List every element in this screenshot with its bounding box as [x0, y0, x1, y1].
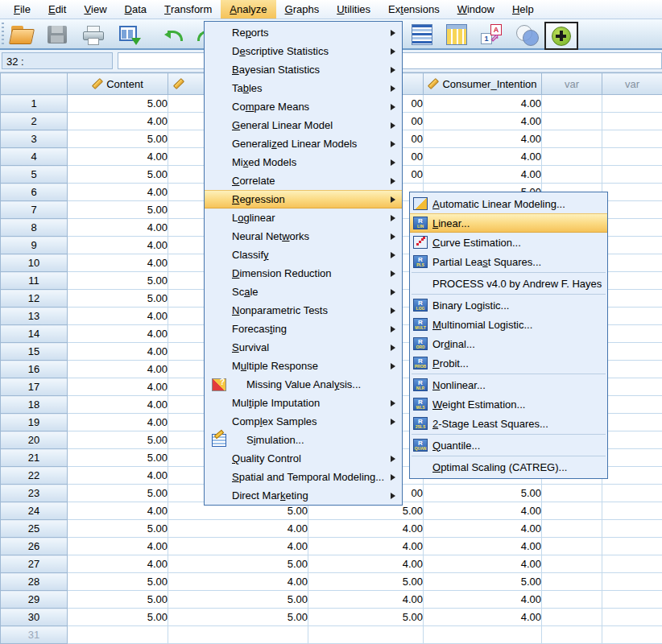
split-file-button[interactable] [407, 22, 437, 47]
menubar-item-utilities[interactable]: Utilities [328, 0, 379, 19]
data-cell[interactable]: 4.00 [68, 467, 168, 485]
data-cell[interactable]: 4.00 [308, 520, 424, 538]
data-cell[interactable]: 5.00 [424, 573, 542, 591]
menu-item-descriptive-statistics[interactable]: Descriptive Statistics [205, 42, 402, 60]
data-cell[interactable] [602, 591, 662, 609]
data-cell[interactable]: 4.00 [308, 591, 424, 609]
menu-item-probit[interactable]: RPROBProbit... [410, 353, 607, 373]
menu-item-simulation[interactable]: Simulation... [205, 431, 402, 449]
row-number[interactable]: 6 [1, 184, 68, 201]
custom-dialogs-button[interactable] [544, 22, 578, 50]
row-number[interactable]: 18 [1, 396, 68, 414]
data-cell[interactable]: 4.00 [424, 591, 542, 609]
data-cell[interactable]: 4.00 [308, 538, 424, 555]
data-cell[interactable] [168, 626, 308, 644]
data-cell[interactable] [542, 485, 602, 502]
menu-item-dimension-reduction[interactable]: Dimension Reduction [205, 264, 402, 283]
menu-item-automatic-linear-modeling[interactable]: Automatic Linear Modeling... [410, 194, 607, 213]
data-cell[interactable] [602, 184, 662, 201]
data-cell[interactable] [68, 626, 168, 644]
row-number[interactable]: 20 [1, 431, 68, 449]
data-cell[interactable] [542, 166, 602, 184]
data-cell[interactable]: 4.00 [68, 113, 168, 130]
menubar-item-analyze[interactable]: Analyze [221, 0, 275, 19]
data-cell[interactable]: 5.00 [424, 485, 542, 502]
data-cell[interactable]: 4.00 [308, 555, 424, 573]
row-number[interactable]: 16 [1, 361, 68, 378]
row-number[interactable]: 28 [1, 573, 68, 591]
data-cell[interactable]: 4.00 [424, 555, 542, 573]
data-cell[interactable] [602, 361, 662, 378]
data-cell[interactable] [602, 272, 662, 290]
data-cell[interactable]: 4.00 [68, 538, 168, 555]
data-cell[interactable] [542, 148, 602, 166]
menu-item-process-v4-0-by-andrew-f-hayes[interactable]: PROCESS v4.0 by Andrew F. Hayes [410, 274, 607, 293]
data-cell[interactable] [542, 591, 602, 609]
menu-item-survival[interactable]: Survival [205, 338, 402, 357]
data-cell[interactable]: 5.00 [68, 431, 168, 449]
data-cell[interactable]: 4.00 [424, 130, 542, 148]
menu-item-quality-control[interactable]: Quality Control [205, 449, 402, 468]
data-cell[interactable] [602, 573, 662, 591]
data-cell[interactable]: 4.00 [68, 184, 168, 201]
menubar-item-window[interactable]: Window [449, 0, 503, 19]
data-cell[interactable]: 5.00 [68, 95, 168, 113]
data-cell[interactable] [542, 609, 602, 626]
row-number[interactable]: 14 [1, 325, 68, 343]
menu-item-spatial-and-temporal-modeling[interactable]: Spatial and Temporal Modeling... [205, 468, 402, 486]
data-cell[interactable] [602, 520, 662, 538]
menu-item-bayesian-statistics[interactable]: Bayesian Statistics [205, 60, 402, 79]
data-cell[interactable]: 4.00 [424, 148, 542, 166]
data-cell[interactable]: 4.00 [68, 325, 168, 343]
data-cell[interactable]: 5.00 [168, 555, 308, 573]
data-cell[interactable] [542, 130, 602, 148]
menu-item-neural-networks[interactable]: Neural Networks [205, 227, 402, 246]
data-cell[interactable]: 4.00 [68, 308, 168, 325]
menu-item-2-stage-least-squares[interactable]: R2SLS2-Stage Least Squares... [410, 414, 607, 433]
data-cell[interactable] [602, 343, 662, 361]
data-cell[interactable]: 5.00 [68, 520, 168, 538]
data-cell[interactable]: 4.00 [68, 343, 168, 361]
menu-item-optimal-scaling-catreg[interactable]: Optimal Scaling (CATREG)... [410, 457, 607, 477]
menu-item-ordinal[interactable]: RORDOrdinal... [410, 334, 607, 353]
data-cell[interactable]: 4.00 [68, 502, 168, 520]
data-cell[interactable]: 4.00 [168, 520, 308, 538]
data-cell[interactable] [602, 626, 662, 644]
data-cell[interactable]: 5.00 [68, 449, 168, 467]
data-cell[interactable] [602, 308, 662, 325]
data-cell[interactable] [602, 609, 662, 626]
data-cell[interactable]: 5.00 [68, 609, 168, 626]
data-cell[interactable]: 4.00 [424, 538, 542, 555]
data-cell[interactable]: 4.00 [168, 538, 308, 555]
data-cell[interactable]: 5.00 [68, 290, 168, 308]
menu-item-scale[interactable]: Scale [205, 283, 402, 301]
menubar-item-extensions[interactable]: Extensions [379, 0, 449, 19]
menubar-item-data[interactable]: Data [116, 0, 155, 19]
print-button[interactable] [77, 22, 108, 47]
data-cell[interactable]: 4.00 [424, 609, 542, 626]
row-number[interactable]: 25 [1, 520, 68, 538]
data-cell[interactable] [602, 378, 662, 396]
data-cell[interactable] [602, 431, 662, 449]
data-cell[interactable] [602, 485, 662, 502]
data-cell[interactable] [542, 113, 602, 130]
row-number[interactable]: 24 [1, 502, 68, 520]
menubar-item-file[interactable]: File [5, 0, 39, 19]
data-cell[interactable] [424, 626, 542, 644]
menu-item-mixed-models[interactable]: Mixed Models [205, 153, 402, 171]
data-cell[interactable] [542, 573, 602, 591]
data-cell[interactable] [308, 626, 424, 644]
menu-item-weight-estimation[interactable]: RWLSWeight Estimation... [410, 394, 607, 414]
row-number[interactable]: 10 [1, 254, 68, 272]
data-cell[interactable]: 4.00 [68, 237, 168, 254]
row-number[interactable]: 5 [1, 166, 68, 184]
row-number[interactable]: 19 [1, 414, 68, 431]
row-number[interactable]: 27 [1, 555, 68, 573]
data-cell[interactable]: 5.00 [68, 485, 168, 502]
data-cell[interactable]: 5.00 [68, 591, 168, 609]
data-cell[interactable] [602, 237, 662, 254]
data-cell[interactable] [602, 325, 662, 343]
data-cell[interactable]: 4.00 [68, 361, 168, 378]
open-file-button[interactable] [6, 22, 37, 47]
menu-item-complex-samples[interactable]: Complex Samples [205, 412, 402, 431]
